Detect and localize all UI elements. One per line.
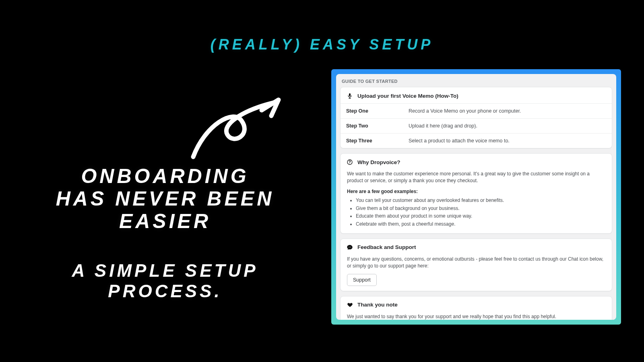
feedback-card: Feedback and Support If you have any que… — [340, 239, 612, 291]
why-card: Why Dropvoice? We want to make the custo… — [340, 153, 612, 234]
example-item: Celebrate with them, post a cheerful mes… — [356, 220, 605, 228]
example-item: You can tell your customer about any ove… — [356, 197, 605, 205]
why-paragraph: We want to make the customer experience … — [347, 171, 605, 185]
thankyou-card-title: Thank you note — [357, 302, 398, 308]
copy-line-2: HAS NEVER BEEN EASIER — [16, 187, 314, 232]
copy-line-1: ONBOARDING — [16, 165, 314, 187]
example-item: Educate them about your product in some … — [356, 212, 605, 220]
step-label: Step Two — [341, 119, 403, 133]
question-circle-icon — [346, 158, 353, 166]
setup-panel: GUIDE TO GET STARTED Upload your first V… — [336, 74, 616, 320]
feedback-paragraph: If you have any questions, concerns, or … — [347, 256, 605, 270]
support-button[interactable]: Support — [347, 274, 377, 286]
guide-label: GUIDE TO GET STARTED — [342, 79, 612, 84]
arrow-illustration — [189, 93, 298, 161]
step-text: Upload it here (drag and drop). — [403, 119, 612, 133]
step-text: Select a product to attach the voice mem… — [403, 134, 612, 148]
examples-label: Here are a few good examples: — [347, 189, 605, 194]
copy-line-3: A SIMPLE SETUP — [16, 261, 314, 281]
heart-icon — [346, 301, 353, 309]
step-row: Step Two Upload it here (drag and drop). — [341, 118, 612, 133]
example-item: Give them a bit of background on your bu… — [356, 205, 605, 213]
feedback-card-title: Feedback and Support — [357, 244, 416, 250]
setup-panel-frame: GUIDE TO GET STARTED Upload your first V… — [331, 69, 621, 325]
copy-line-4: PROCESS. — [16, 281, 314, 302]
svg-point-5 — [349, 247, 350, 247]
svg-point-3 — [349, 163, 350, 164]
svg-point-4 — [349, 247, 349, 247]
step-row: Step One Record a Voice Memo on your pho… — [341, 103, 612, 118]
thankyou-paragraph: We just wanted to say thank you for your… — [347, 313, 605, 320]
svg-point-6 — [351, 247, 351, 247]
page-headline: (REALLY) EASY SETUP — [0, 36, 644, 53]
step-row: Step Three Select a product to attach th… — [341, 133, 612, 148]
step-label: Step Three — [341, 134, 403, 148]
microphone-icon — [346, 92, 353, 99]
chat-icon — [346, 244, 353, 251]
svg-rect-1 — [349, 98, 351, 99]
why-card-title: Why Dropvoice? — [357, 159, 400, 165]
step-text: Record a Voice Memo on your phone or com… — [403, 104, 612, 118]
step-label: Step One — [341, 104, 403, 118]
upload-card-title: Upload your first Voice Memo (How-To) — [357, 93, 458, 99]
thankyou-card: Thank you note We just wanted to say tha… — [340, 296, 612, 320]
upload-card: Upload your first Voice Memo (How-To) St… — [340, 87, 612, 148]
marketing-copy: ONBOARDING HAS NEVER BEEN EASIER A SIMPL… — [16, 165, 314, 301]
svg-rect-0 — [349, 97, 350, 98]
